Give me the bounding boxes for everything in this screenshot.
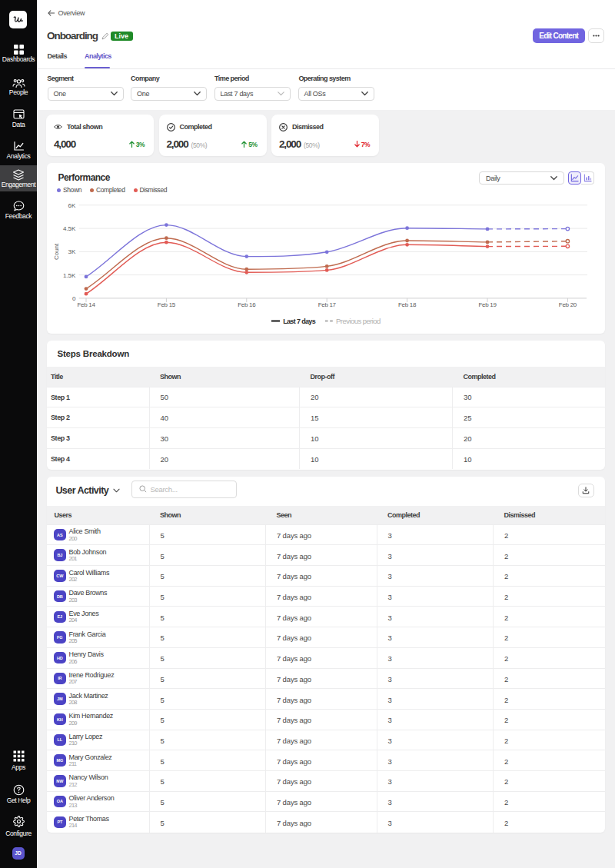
svg-text:Feb 14: Feb 14 <box>77 301 95 308</box>
svg-text:Feb 17: Feb 17 <box>318 301 337 308</box>
svg-text:Feb 18: Feb 18 <box>398 301 417 308</box>
svg-text:Feb 19: Feb 19 <box>478 301 497 308</box>
svg-text:0: 0 <box>72 295 76 302</box>
svg-text:Count: Count <box>53 243 60 260</box>
svg-text:6K: 6K <box>68 202 76 209</box>
svg-text:Feb 16: Feb 16 <box>238 301 256 308</box>
svg-text:4.5K: 4.5K <box>63 225 76 232</box>
svg-text:3K: 3K <box>68 249 76 256</box>
svg-text:Feb 20: Feb 20 <box>559 301 577 308</box>
svg-text:Feb 15: Feb 15 <box>158 301 176 308</box>
svg-text:1.5K: 1.5K <box>63 272 76 279</box>
